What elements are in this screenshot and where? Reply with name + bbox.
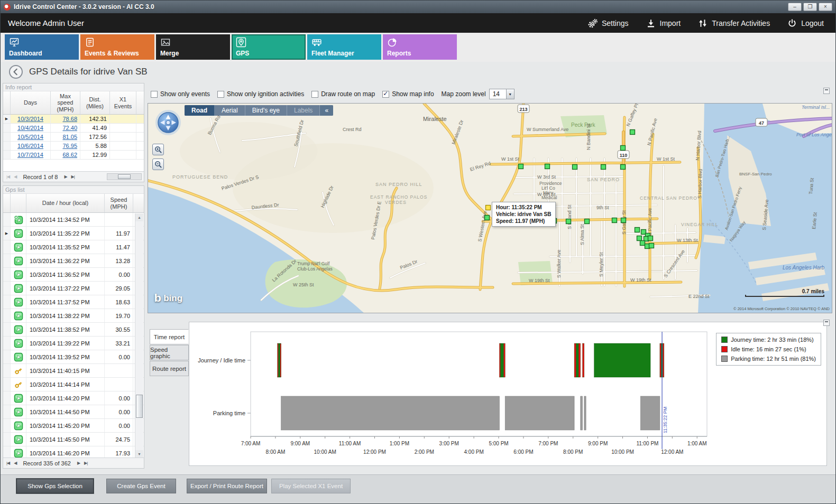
map-panel-collapse-button[interactable] [823,88,830,94]
tab-route-report[interactable]: Route report [150,361,189,376]
scrollbar-thumb[interactable] [136,395,143,418]
pager-prev-button[interactable]: ◀ [13,174,17,179]
column-header-dist-miles[interactable]: Dist. (Miles) [80,91,110,114]
selected-gps-marker[interactable] [486,206,491,210]
column-header-date-hour-local[interactable]: Date / hour (local) [26,194,105,212]
create-gps-event-button[interactable]: Create Gps Event [106,479,176,493]
max-speed-link[interactable]: 78.68 [51,115,80,123]
checkbox-show-only-events[interactable]: Show only events [151,90,210,98]
gps-event-marker[interactable] [573,165,577,170]
scroll-up-icon[interactable]: ▲ [135,213,143,221]
list-item[interactable]: 10/3/2014 11:45:20 PM0.00 [3,419,144,433]
list-item[interactable]: 10/3/2014 11:35:52 PM11.47 [3,240,144,254]
table-row[interactable]: 10/7/201468.6212.99 [3,151,144,160]
table-row[interactable]: ▶10/3/201478.68142.31 [3,115,144,124]
max-speed-link[interactable]: 76.95 [51,142,80,150]
gps-event-marker[interactable] [585,219,590,224]
list-item[interactable]: 10/3/2014 11:40:15 PM [3,364,144,378]
nav-tile-dashboard[interactable]: Dashboard [5,34,79,60]
date-link[interactable]: 10/7/2014 [11,151,51,159]
map-zoom-select[interactable]: 14 ▼ [489,89,515,99]
scroll-down-icon[interactable]: ▼ [135,450,143,458]
nav-tile-reports[interactable]: Reports [383,34,457,60]
maximize-button[interactable]: ❐ [803,3,817,11]
max-speed-link[interactable]: 68.62 [51,151,80,159]
gps-event-marker[interactable] [640,241,645,246]
pager-last-button[interactable]: ▶| [83,461,88,465]
list-item[interactable]: ▶10/3/2014 11:35:22 PM11.97 [3,227,144,240]
gps-event-marker[interactable] [630,130,635,135]
gps-event-marker[interactable] [566,219,571,224]
pager-first-button[interactable]: |◀ [5,461,11,465]
nav-tile-gps[interactable]: GPS [232,34,306,60]
column-header-days[interactable]: Days [11,91,51,114]
list-item[interactable]: 10/3/2014 11:44:14 PM [3,378,144,391]
checkbox-box[interactable] [382,91,389,98]
action-import[interactable]: Import [646,18,681,29]
list-item[interactable]: 10/3/2014 11:37:22 PM29.05 [3,282,144,295]
report-panel-collapse-button[interactable] [823,320,830,326]
table-row[interactable]: 10/5/201481.05172.56 [3,133,144,142]
list-item[interactable]: 10/3/2014 11:44:20 PM0.00 [3,391,144,405]
column-header-max-speed-mph[interactable]: Max speed (MPH) [51,91,80,114]
list-item[interactable]: 10/3/2014 11:38:52 PM30.55 [3,323,144,337]
pager-last-button[interactable]: ▶| [70,174,76,179]
map-compass-control[interactable] [154,109,182,138]
gps-event-marker[interactable] [637,236,642,241]
nav-tile-fleet-manager[interactable]: Fleet Manager [307,34,381,60]
gps-event-marker[interactable] [519,164,523,169]
list-item[interactable]: 10/3/2014 11:36:52 PM0.00 [3,268,144,282]
action-logout[interactable]: Logout [787,18,824,29]
gps-list-scrollbar[interactable]: ▲ ▼ [135,213,143,458]
map-view-tab-bird-s-eye[interactable]: Bird's eye [245,105,287,116]
column-header-speed-mph[interactable]: Speed (MPH) [105,194,133,212]
max-speed-link[interactable]: 81.05 [51,133,80,141]
list-item[interactable]: 10/3/2014 11:36:22 PM13.28 [3,254,144,268]
date-link[interactable]: 10/3/2014 [11,115,51,123]
checkbox-show-map-info[interactable]: Show map info [382,90,434,98]
horizontal-scrollbar[interactable] [107,173,142,180]
gps-event-marker[interactable] [621,165,626,170]
gps-event-marker[interactable] [649,244,654,248]
date-link[interactable]: 10/6/2014 [11,142,51,150]
column-header-x1-events[interactable]: X1 Events [110,91,136,114]
gps-event-marker[interactable] [648,236,653,241]
nav-tile-events-reviews[interactable]: Events & Reviews [80,34,154,60]
list-item[interactable]: 10/3/2014 11:34:52 PM [3,213,144,227]
gps-event-marker[interactable] [601,165,606,170]
scrollbar-thumb[interactable] [118,174,131,179]
action-transfer-activities[interactable]: Transfer Activities [697,18,770,29]
pager-next-button[interactable]: ▶ [63,174,68,179]
table-row[interactable]: 10/6/201476.955.88 [3,142,144,151]
checkbox-box[interactable] [311,91,318,98]
checkbox-box[interactable] [217,91,224,98]
max-speed-link[interactable]: 72.40 [51,124,80,132]
pager-prev-button[interactable]: ◀ [13,461,17,465]
date-link[interactable]: 10/4/2014 [11,124,51,132]
gps-event-marker[interactable] [545,164,550,169]
export-print-route-report-button[interactable]: Export / Print Route Report [187,479,267,493]
minimize-button[interactable]: – [788,3,802,11]
map-view-tab-road[interactable]: Road [185,105,215,116]
list-item[interactable]: 10/3/2014 11:37:52 PM18.63 [3,295,144,309]
list-item[interactable]: 10/3/2014 11:39:22 PM33.21 [3,337,144,350]
close-button[interactable]: × [819,3,832,11]
tab-speed-graphic[interactable]: Speed graphic [150,345,189,360]
list-item[interactable]: 10/3/2014 11:45:50 PM24.75 [3,433,144,446]
map-zoom-out-button[interactable] [152,158,164,170]
show-gps-selection-button[interactable]: Show Gps Selection [16,479,94,493]
map-tabs-collapse-button[interactable]: « [320,105,333,116]
gps-event-marker[interactable] [612,218,617,223]
pager-next-button[interactable]: ▶ [76,461,81,465]
tab-time-report[interactable]: Time report [150,329,189,344]
checkbox-show-only-ignition-activities[interactable]: Show only ignition activities [217,90,304,98]
list-item[interactable]: 10/3/2014 11:38:22 PM19.70 [3,309,144,323]
nav-tile-merge[interactable]: Merge [156,34,230,60]
gps-event-marker[interactable] [485,216,490,220]
map-canvas[interactable]: MiralestePeck ParkW Summerland AveCrest … [148,103,832,313]
map-zoom-in-button[interactable] [152,144,164,155]
gps-event-marker[interactable] [635,228,640,232]
gps-event-marker[interactable] [621,146,626,151]
gps-event-marker[interactable] [621,218,626,223]
map-view-tab-aerial[interactable]: Aerial [215,105,245,116]
